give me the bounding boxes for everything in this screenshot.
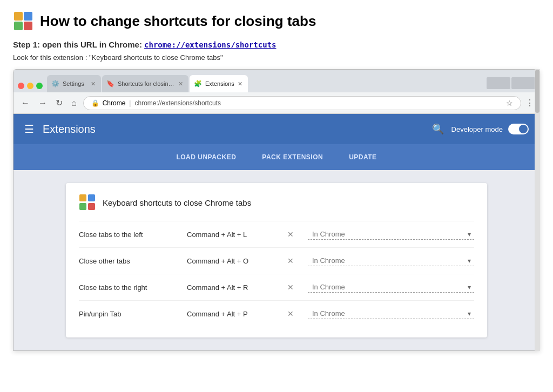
- shortcut-scope-label: In Chrome: [312, 230, 345, 238]
- look-for-text: Look for this extension : "Keyboard shor…: [13, 53, 540, 62]
- shortcuts-tab-label: Shortcuts for closing Chrom…: [118, 80, 175, 87]
- svg-rect-5: [88, 194, 95, 201]
- shortcut-name: Close tabs to the left: [79, 231, 187, 239]
- address-input[interactable]: 🔒 Chrome | chrome://extensions/shortcuts…: [83, 96, 521, 110]
- svg-rect-4: [79, 194, 86, 201]
- svg-rect-3: [24, 22, 32, 30]
- shortcut-row: Close tabs to the right Command + Alt + …: [79, 274, 474, 300]
- browser-mockup: ⚙️ Settings ✕ 🔖 Shortcuts for closing Ch…: [13, 69, 540, 351]
- window-controls: [487, 77, 535, 92]
- address-path: chrome://extensions/shortcuts: [134, 99, 220, 107]
- refresh-button[interactable]: ↻: [53, 97, 65, 109]
- shortcut-scope-dropdown[interactable]: In Chrome ▾: [308, 229, 474, 240]
- page-title: How to change shortcuts for closing tabs: [40, 13, 316, 30]
- step1-label: Step 1: open this URL in Chrome: chrome:…: [13, 40, 540, 49]
- scrollbar[interactable]: [535, 69, 540, 351]
- load-unpacked-button[interactable]: LOAD UNPACKED: [176, 151, 236, 163]
- shortcut-row: Close tabs to the left Command + Alt + L…: [79, 221, 474, 247]
- extension-card: Keyboard shortcuts to close Chrome tabs …: [66, 183, 487, 337]
- page-title-row: How to change shortcuts for closing tabs: [13, 11, 540, 31]
- forward-button[interactable]: →: [36, 97, 49, 109]
- shortcut-row: Pin/unpin Tab Command + Alt + P ✕ In Chr…: [79, 300, 474, 327]
- extensions-tab-icon: 🧩: [194, 80, 202, 87]
- shortcuts-tab-icon: 🔖: [106, 80, 114, 87]
- devmode-label: Developer mode: [451, 125, 503, 133]
- page-title-icon: [13, 11, 33, 31]
- extension-card-title: Keyboard shortcuts to close Chrome tabs: [103, 198, 251, 207]
- close-window-button[interactable]: [18, 83, 24, 89]
- shortcut-clear-button[interactable]: ✕: [284, 256, 297, 265]
- more-menu-button[interactable]: ⋮: [525, 98, 534, 108]
- shortcut-name: Pin/unpin Tab: [79, 310, 187, 318]
- devmode-toggle[interactable]: [508, 124, 529, 134]
- shortcut-scope-label: In Chrome: [312, 309, 345, 317]
- lock-icon: 🔒: [91, 99, 99, 107]
- shortcut-clear-button[interactable]: ✕: [284, 283, 297, 292]
- hamburger-menu-button[interactable]: ☰: [24, 123, 34, 136]
- extensions-tab-close[interactable]: ✕: [238, 80, 242, 87]
- shortcut-row: Close other tabs Command + Alt + O ✕ In …: [79, 247, 474, 274]
- extensions-shortcuts-link[interactable]: chrome://extensions/shortcuts: [144, 40, 276, 49]
- tab-extensions[interactable]: 🧩 Extensions ✕: [190, 75, 248, 92]
- svg-rect-6: [79, 203, 86, 210]
- scrollbar-thumb[interactable]: [535, 70, 539, 113]
- settings-tab-close[interactable]: ✕: [91, 80, 96, 87]
- pack-extension-button[interactable]: PACK EXTENSION: [262, 151, 323, 163]
- shortcut-clear-button[interactable]: ✕: [284, 309, 297, 318]
- tab-settings[interactable]: ⚙️ Settings ✕: [47, 75, 101, 92]
- address-bar: ← → ↻ ⌂ 🔒 Chrome | chrome://extensions/s…: [14, 92, 539, 114]
- shortcut-keys: Command + Alt + O: [187, 257, 284, 265]
- minimize-window-button[interactable]: [27, 83, 33, 89]
- search-button[interactable]: 🔍: [432, 123, 444, 135]
- scope-arrow-icon: ▾: [468, 231, 471, 238]
- extension-card-icon: [79, 194, 96, 211]
- scope-arrow-icon: ▾: [468, 310, 471, 317]
- devmode-toggle-knob: [519, 125, 528, 133]
- extensions-content: Keyboard shortcuts to close Chrome tabs …: [14, 170, 539, 350]
- shortcut-keys: Command + Alt + R: [187, 283, 284, 292]
- shortcut-name: Close tabs to the right: [79, 283, 187, 292]
- svg-rect-0: [14, 12, 23, 21]
- extensions-header: ☰ Extensions 🔍 Developer mode: [14, 114, 539, 144]
- settings-tab-icon: ⚙️: [51, 80, 59, 87]
- update-button[interactable]: UPDATE: [349, 151, 376, 163]
- maximize-window-button[interactable]: [36, 83, 43, 89]
- extensions-header-title: Extensions: [43, 123, 96, 136]
- shortcut-name: Close other tabs: [79, 257, 187, 265]
- extension-card-header: Keyboard shortcuts to close Chrome tabs: [79, 194, 474, 211]
- shortcut-scope-dropdown[interactable]: In Chrome ▾: [308, 282, 474, 293]
- shortcut-scope-dropdown[interactable]: In Chrome ▾: [308, 255, 474, 266]
- shortcut-clear-button[interactable]: ✕: [284, 230, 297, 239]
- shortcut-scope-dropdown[interactable]: In Chrome ▾: [308, 308, 474, 319]
- scope-arrow-icon: ▾: [468, 283, 471, 291]
- settings-tab-label: Settings: [63, 80, 87, 87]
- home-button[interactable]: ⌂: [69, 97, 79, 109]
- shortcuts-tab-close[interactable]: ✕: [178, 80, 183, 87]
- shortcut-scope-label: In Chrome: [312, 256, 345, 265]
- shortcut-keys: Command + Alt + L: [187, 231, 284, 239]
- shortcut-keys: Command + Alt + P: [187, 310, 284, 318]
- win-ctrl-minimize[interactable]: [487, 77, 510, 89]
- extensions-subtoolbar: LOAD UNPACKED PACK EXTENSION UPDATE: [14, 144, 539, 170]
- shortcut-rows-container: Close tabs to the left Command + Alt + L…: [79, 221, 474, 327]
- svg-rect-7: [88, 203, 95, 210]
- win-ctrl-maximize[interactable]: [511, 77, 535, 89]
- svg-rect-2: [14, 22, 23, 30]
- extensions-tab-label: Extensions: [205, 80, 234, 87]
- star-icon[interactable]: ☆: [506, 99, 513, 107]
- shortcut-scope-label: In Chrome: [312, 283, 345, 291]
- address-domain: Chrome: [103, 99, 126, 107]
- tab-shortcuts[interactable]: 🔖 Shortcuts for closing Chrom… ✕: [102, 75, 188, 92]
- browser-title-bar: ⚙️ Settings ✕ 🔖 Shortcuts for closing Ch…: [14, 70, 539, 92]
- svg-rect-1: [24, 12, 32, 21]
- scope-arrow-icon: ▾: [468, 257, 471, 265]
- back-button[interactable]: ←: [19, 97, 32, 109]
- traffic-lights: [18, 83, 43, 92]
